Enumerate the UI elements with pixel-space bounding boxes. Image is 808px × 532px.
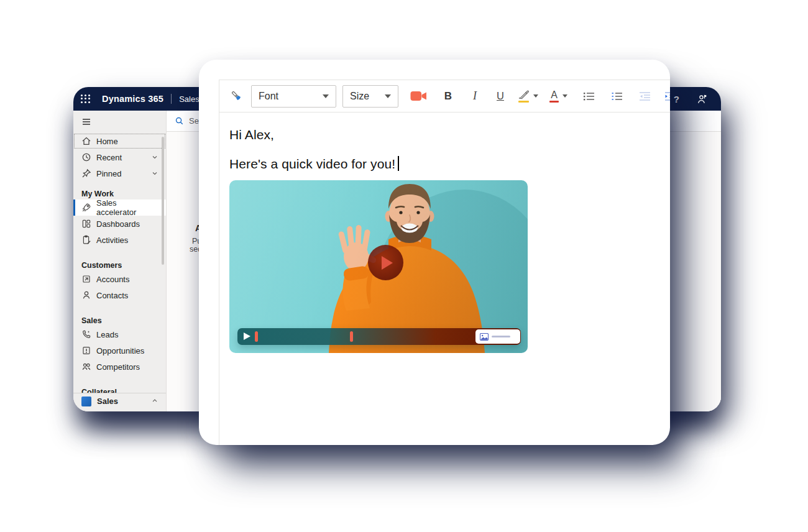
area-switcher-label: Sales — [97, 397, 118, 406]
sidebar-scrollbar[interactable] — [162, 137, 164, 265]
app-launcher-icon[interactable] — [81, 94, 90, 104]
rich-text-editor: Font Size B I U — [219, 80, 670, 445]
sidebar-item-opportunities[interactable]: Opportunities — [73, 342, 166, 359]
bullet-list-icon[interactable] — [583, 91, 595, 101]
sidebar-item-leads[interactable]: Leads — [73, 326, 166, 342]
site-map-sidebar: Home Recent — [73, 111, 167, 411]
chip-caption-placeholder — [492, 336, 510, 337]
highlight-color-swatch — [518, 101, 529, 103]
chevron-down-icon — [385, 94, 391, 98]
highlight-color-button[interactable] — [518, 90, 538, 103]
sidebar-item-contacts[interactable]: Contacts — [73, 287, 166, 303]
sidebar-item-recent[interactable]: Recent — [73, 149, 166, 165]
sidebar-item-pinned[interactable]: Pinned — [73, 165, 166, 181]
chevron-down-icon[interactable] — [151, 154, 158, 161]
video-play-button[interactable] — [368, 245, 403, 280]
chapter-marker[interactable] — [255, 331, 258, 342]
sidebar-item-label: Sales accelerator — [96, 198, 158, 217]
sidebar-item-accounts[interactable]: Accounts — [73, 271, 166, 287]
sidebar-item-label: Home — [96, 137, 118, 146]
bar-play-icon[interactable] — [244, 332, 250, 340]
sidebar-item-label: Dashboards — [96, 219, 140, 229]
sidebar-item-dashboards[interactable]: Dashboards — [73, 216, 166, 232]
email-composer-card: Font Size B I U — [199, 60, 670, 445]
sidebar-section-collateral: Collateral — [73, 387, 166, 393]
pin-icon — [81, 168, 91, 178]
person-icon — [81, 290, 91, 300]
text-cursor — [398, 156, 399, 171]
format-painter-icon[interactable] — [230, 89, 244, 103]
italic-button[interactable]: I — [469, 89, 480, 103]
chevron-down-icon[interactable] — [151, 170, 158, 177]
decrease-indent-icon[interactable] — [639, 91, 651, 101]
sidebar-section-customers: Customers — [73, 260, 166, 271]
chevron-down-icon — [533, 94, 538, 98]
sidebar-item-competitors[interactable]: Competitors — [73, 359, 166, 375]
increase-indent-icon[interactable] — [664, 91, 670, 101]
page: Dynamics 365 Sales Hub ? — [0, 0, 808, 532]
topbar-divider — [171, 94, 172, 104]
clock-icon — [81, 152, 91, 162]
font-color-letter: A — [551, 90, 558, 99]
dashboard-icon — [81, 219, 91, 229]
chevron-down-icon — [562, 94, 567, 98]
sidebar-item-label: Accounts — [96, 275, 129, 284]
people-icon — [81, 362, 91, 372]
numbered-list-icon[interactable] — [611, 91, 623, 101]
font-family-dropdown[interactable]: Font — [251, 85, 336, 108]
sidebar-item-label: Opportunities — [96, 346, 144, 355]
search-icon[interactable] — [175, 116, 184, 126]
sidebar-nav: Home Recent — [73, 133, 166, 393]
chevron-down-icon — [323, 94, 329, 98]
font-family-value: Font — [259, 91, 278, 102]
sidebar-item-label: Recent — [96, 153, 122, 162]
image-icon — [480, 333, 489, 341]
sidebar-section-sales: Sales — [73, 315, 166, 326]
font-color-swatch — [549, 101, 559, 103]
chevron-up-icon — [151, 397, 158, 405]
phone-icon — [81, 329, 91, 339]
message-line-2-text: Here's a quick video for you! — [229, 157, 395, 171]
brand-title: Dynamics 365 — [102, 94, 163, 104]
thumbnail-chip[interactable] — [475, 329, 520, 344]
home-icon — [81, 136, 91, 146]
sidebar-item-label: Leads — [96, 330, 118, 339]
embedded-video-player[interactable] — [229, 180, 528, 353]
sidebar-item-label: Pinned — [96, 169, 121, 178]
sidebar-item-sales-accelerator[interactable]: Sales accelerator — [73, 200, 166, 216]
editor-body[interactable]: Hi Alex, Here's a quick video for you! — [219, 112, 670, 445]
collapse-sidebar-button[interactable] — [73, 111, 166, 133]
message-line-1: Hi Alex, — [229, 127, 660, 142]
sidebar-item-home[interactable]: Home — [73, 133, 166, 149]
underline-button[interactable]: U — [494, 90, 507, 102]
insert-video-icon[interactable] — [410, 90, 427, 102]
area-switcher[interactable]: Sales — [73, 393, 166, 411]
sidebar-item-label: Competitors — [96, 362, 140, 372]
font-color-button[interactable]: A — [549, 90, 567, 103]
rocket-icon — [81, 203, 91, 213]
bold-button[interactable]: B — [442, 90, 454, 103]
opportunity-icon — [81, 346, 91, 355]
play-icon — [382, 256, 393, 270]
accounts-icon — [81, 274, 91, 284]
sidebar-item-label: Contacts — [96, 291, 128, 300]
chapter-marker[interactable] — [350, 331, 353, 342]
help-icon[interactable]: ? — [674, 94, 679, 104]
area-icon — [81, 397, 91, 406]
sidebar-item-label: Activities — [96, 236, 128, 245]
video-progress-bar[interactable] — [237, 328, 521, 345]
editor-toolbar: Font Size B I U — [219, 80, 670, 112]
font-size-dropdown[interactable]: Size — [342, 85, 398, 108]
font-size-value: Size — [350, 91, 369, 102]
person-flag-icon[interactable] — [697, 94, 707, 104]
message-line-2: Here's a quick video for you! — [229, 156, 660, 172]
clipboard-icon — [81, 235, 91, 245]
sidebar-item-activities[interactable]: Activities — [73, 232, 166, 248]
